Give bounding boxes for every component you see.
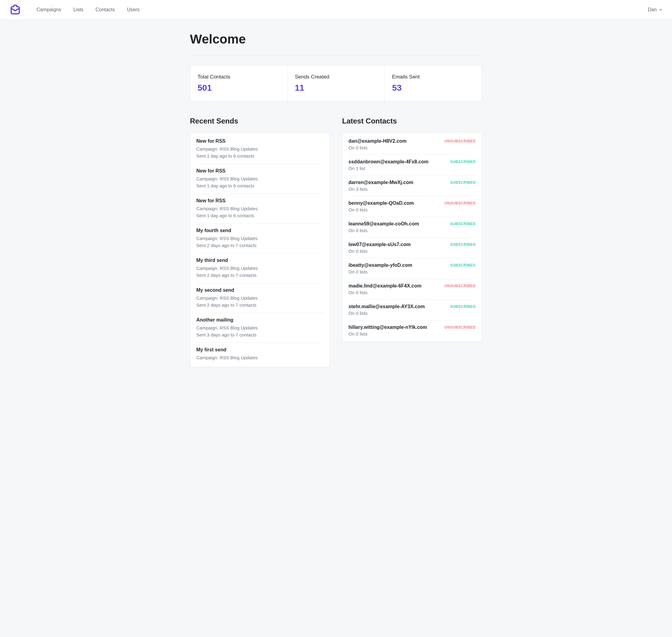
contact-email: ssddanbrown@example-4Fx8.com	[349, 159, 428, 165]
chevron-down-icon	[659, 7, 663, 12]
contact-row[interactable]: ssddanbrown@example-4Fx8.comOn 1 listSUB…	[349, 155, 476, 176]
contact-row[interactable]: darren@example-MwXj.comOn 3 listsSUBSCRI…	[349, 176, 476, 196]
status-unsubscribed-badge: UNSUBSCRIBED	[444, 325, 476, 329]
contact-lists: On 0 lists	[349, 249, 410, 254]
latest-contacts-title: Latest Contacts	[342, 117, 482, 125]
contact-row[interactable]: madie.lind@example-6F4X.comOn 0 listsUNS…	[349, 279, 476, 299]
send-meta: Sent 1 day ago to 6 contacts	[196, 183, 323, 189]
contact-row[interactable]: lew07@example-sUs7.comOn 0 listsSUBSCRIB…	[349, 238, 476, 258]
send-meta: Sent 2 days ago to 7 contacts	[196, 302, 323, 309]
contact-row[interactable]: stehr.mallie@example-AY3X.comOn 0 listsS…	[349, 299, 476, 320]
contact-lists: On 0 lists	[349, 269, 412, 274]
contact-email: hillary.witting@example-nYlk.com	[349, 325, 427, 330]
send-name: New for RSS	[196, 198, 323, 203]
contact-info: ibeatty@example-yfoD.comOn 0 lists	[349, 262, 412, 274]
contact-info: darren@example-MwXj.comOn 3 lists	[349, 180, 413, 192]
contact-email: benny@example-QOaD.com	[349, 200, 414, 206]
recent-sends-col: Recent Sends New for RSSCampaign: RSS Bl…	[190, 117, 330, 367]
send-name: New for RSS	[196, 168, 323, 174]
stat-label: Sends Created	[295, 74, 377, 80]
send-row[interactable]: New for RSSCampaign: RSS Blog UpdatesSen…	[196, 134, 323, 164]
contact-row[interactable]: ibeatty@example-yfoD.comOn 0 listsSUBSCR…	[349, 258, 476, 279]
contact-lists: On 0 lists	[349, 207, 414, 212]
stat-value: 501	[197, 83, 280, 93]
send-meta: Sent 2 days ago to 7 contacts	[196, 242, 323, 249]
send-name: My third send	[196, 258, 323, 263]
send-name: My fourth send	[196, 228, 323, 233]
contact-lists: On 0 lists	[349, 290, 422, 295]
status-subscribed-badge: SUBSCRIBED	[450, 221, 476, 226]
contact-lists: On 1 list	[349, 166, 428, 171]
contact-row[interactable]: dan@example-H8V2.comOn 0 listsUNSUBSCRIB…	[349, 134, 476, 155]
status-subscribed-badge: SUBSCRIBED	[450, 159, 476, 164]
contact-email: madie.lind@example-6F4X.com	[349, 283, 422, 289]
recent-sends-title: Recent Sends	[190, 117, 330, 125]
nav-users[interactable]: Users	[127, 7, 140, 13]
main-content: Welcome Total Contacts 501 Sends Created…	[184, 20, 488, 379]
contact-email: lew07@example-sUs7.com	[349, 242, 410, 247]
contact-row[interactable]: leanne59@example-coOh.comOn 0 listsSUBSC…	[349, 217, 476, 238]
nav-lists[interactable]: Lists	[73, 7, 83, 13]
send-campaign: Campaign: RSS Blog Updates	[196, 295, 323, 302]
status-subscribed-badge: SUBSCRIBED	[450, 180, 476, 185]
user-menu[interactable]: Dan	[648, 7, 663, 13]
send-row[interactable]: New for RSSCampaign: RSS Blog UpdatesSen…	[196, 194, 323, 223]
latest-contacts-card: dan@example-H8V2.comOn 0 listsUNSUBSCRIB…	[342, 133, 482, 342]
contact-info: dan@example-H8V2.comOn 0 lists	[349, 139, 407, 150]
status-subscribed-badge: SUBSCRIBED	[450, 304, 476, 309]
send-name: My second send	[196, 288, 323, 293]
contact-email: stehr.mallie@example-AY3X.com	[349, 304, 425, 309]
topbar: Campaigns Lists Contacts Users Dan	[0, 0, 672, 20]
contact-info: leanne59@example-coOh.comOn 0 lists	[349, 221, 419, 233]
send-row[interactable]: New for RSSCampaign: RSS Blog UpdatesSen…	[196, 164, 323, 194]
stat-emails-sent: Emails Sent 53	[385, 66, 482, 101]
contact-row[interactable]: benny@example-QOaD.comOn 0 listsUNSUBSCR…	[349, 196, 476, 217]
send-row[interactable]: My fourth sendCampaign: RSS Blog Updates…	[196, 223, 323, 253]
contact-email: leanne59@example-coOh.com	[349, 221, 419, 226]
send-campaign: Campaign: RSS Blog Updates	[196, 265, 323, 272]
latest-contacts-col: Latest Contacts dan@example-H8V2.comOn 0…	[342, 117, 482, 367]
stat-value: 11	[295, 83, 377, 93]
send-name: Another mailing	[196, 317, 323, 323]
status-subscribed-badge: SUBSCRIBED	[450, 262, 476, 267]
status-subscribed-badge: SUBSCRIBED	[450, 242, 476, 247]
contact-lists: On 3 lists	[349, 186, 413, 192]
contact-info: stehr.mallie@example-AY3X.comOn 0 lists	[349, 304, 425, 316]
contact-lists: On 0 lists	[349, 145, 407, 150]
main-nav: Campaigns Lists Contacts Users	[37, 7, 648, 13]
send-row[interactable]: My first sendCampaign: RSS Blog Updates	[196, 343, 323, 366]
contact-info: lew07@example-sUs7.comOn 0 lists	[349, 242, 410, 254]
stat-total-contacts: Total Contacts 501	[190, 66, 288, 101]
status-unsubscribed-badge: UNSUBSCRIBED	[444, 283, 476, 288]
contact-info: ssddanbrown@example-4Fx8.comOn 1 list	[349, 159, 428, 171]
contact-info: benny@example-QOaD.comOn 0 lists	[349, 200, 414, 212]
send-meta: Sent 3 days ago to 7 contacts	[196, 332, 323, 339]
send-campaign: Campaign: RSS Blog Updates	[196, 354, 323, 361]
contact-lists: On 0 lists	[349, 331, 427, 336]
nav-contacts[interactable]: Contacts	[95, 7, 115, 13]
nav-campaigns[interactable]: Campaigns	[37, 7, 61, 13]
send-meta: Sent 1 day ago to 6 contacts	[196, 212, 323, 219]
stat-sends-created: Sends Created 11	[288, 66, 385, 101]
status-unsubscribed-badge: UNSUBSCRIBED	[444, 200, 476, 205]
logo[interactable]	[9, 4, 21, 16]
send-row[interactable]: My third sendCampaign: RSS Blog UpdatesS…	[196, 253, 323, 283]
status-unsubscribed-badge: UNSUBSCRIBED	[444, 139, 476, 143]
send-row[interactable]: Another mailingCampaign: RSS Blog Update…	[196, 313, 323, 343]
contact-email: darren@example-MwXj.com	[349, 180, 413, 185]
contact-email: ibeatty@example-yfoD.com	[349, 262, 412, 268]
page-title: Welcome	[190, 32, 482, 47]
send-meta: Sent 1 day ago to 6 contacts	[196, 153, 323, 160]
mailcase-icon	[9, 4, 21, 16]
stat-label: Emails Sent	[392, 74, 475, 80]
contact-info: madie.lind@example-6F4X.comOn 0 lists	[349, 283, 422, 295]
stats-card: Total Contacts 501 Sends Created 11 Emai…	[190, 65, 482, 102]
stat-label: Total Contacts	[197, 74, 280, 80]
contact-info: hillary.witting@example-nYlk.comOn 0 lis…	[349, 325, 427, 336]
send-row[interactable]: My second sendCampaign: RSS Blog Updates…	[196, 283, 323, 313]
contact-lists: On 0 lists	[349, 311, 425, 316]
contact-email: dan@example-H8V2.com	[349, 139, 407, 144]
stat-value: 53	[392, 83, 475, 93]
user-name: Dan	[648, 7, 657, 13]
contact-row[interactable]: hillary.witting@example-nYlk.comOn 0 lis…	[349, 320, 476, 341]
